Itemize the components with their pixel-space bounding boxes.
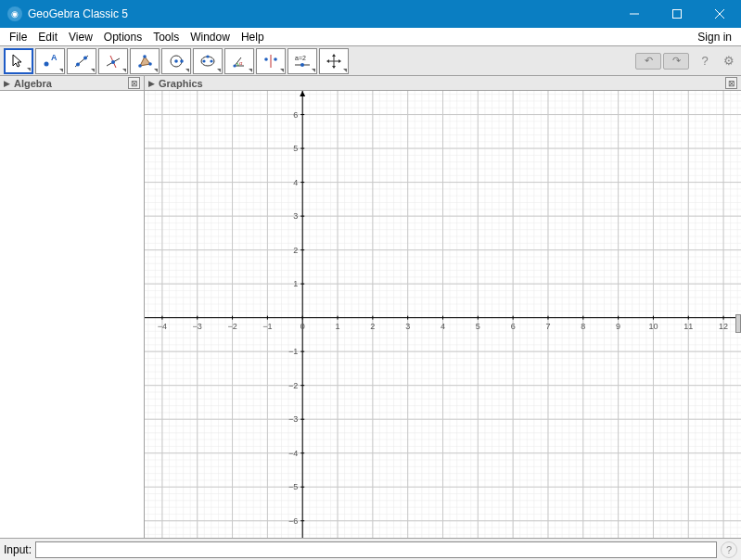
svg-point-23 [233, 64, 236, 67]
tool-line[interactable] [67, 48, 96, 74]
algebra-panel: ▶ Algebra ⊠ [0, 76, 145, 538]
svg-marker-220 [300, 91, 305, 96]
undo-button[interactable]: ↶ [635, 53, 661, 70]
svg-point-26 [264, 57, 268, 61]
tool-move[interactable] [4, 48, 33, 74]
menu-window[interactable]: Window [185, 29, 236, 45]
algebra-close-icon[interactable]: ⊠ [128, 77, 140, 89]
tool-move-view[interactable] [319, 48, 349, 74]
svg-text:4: 4 [293, 178, 298, 187]
svg-point-18 [180, 59, 184, 63]
svg-point-11 [111, 60, 115, 64]
svg-text:−2: −2 [288, 381, 298, 390]
panel-expand-handle[interactable] [735, 314, 741, 333]
close-button[interactable] [698, 0, 741, 28]
input-bar: Input: ? [0, 538, 741, 560]
svg-marker-35 [326, 59, 329, 63]
svg-text:2: 2 [370, 322, 375, 331]
algebra-header[interactable]: ▶ Algebra ⊠ [0, 76, 144, 91]
svg-text:−4: −4 [288, 449, 298, 458]
graphics-title: Graphics [159, 78, 725, 89]
svg-text:−6: −6 [288, 516, 298, 526]
svg-text:−2: −2 [227, 322, 236, 331]
toolbar-help-icon[interactable]: ? [696, 53, 713, 70]
menu-tools[interactable]: Tools [147, 29, 185, 45]
input-label: Input: [4, 543, 32, 556]
toolbar: A α a=2 ↶ ↷ ? ⚙ [0, 46, 741, 76]
collapse-icon: ▶ [4, 79, 10, 88]
maximize-button[interactable] [656, 0, 698, 28]
redo-button[interactable]: ↷ [663, 53, 689, 70]
svg-text:α: α [239, 60, 243, 66]
svg-point-15 [148, 62, 152, 66]
algebra-body[interactable] [0, 91, 144, 538]
tool-ellipse[interactable] [193, 48, 223, 74]
input-field[interactable] [35, 541, 717, 558]
tool-slider[interactable]: a=2 [287, 48, 317, 74]
svg-text:a=2: a=2 [295, 55, 306, 61]
menu-edit[interactable]: Edit [32, 29, 63, 45]
menu-options[interactable]: Options [98, 29, 147, 45]
svg-point-20 [202, 59, 205, 62]
svg-text:5: 5 [476, 322, 480, 331]
graphics-close-icon[interactable]: ⊠ [725, 77, 737, 89]
svg-text:5: 5 [293, 144, 298, 153]
svg-point-21 [210, 59, 212, 62]
svg-marker-36 [339, 59, 341, 63]
svg-text:−5: −5 [288, 482, 298, 491]
menu-help[interactable]: Help [236, 29, 270, 45]
window-controls [613, 0, 741, 28]
svg-text:4: 4 [441, 322, 445, 331]
svg-point-13 [138, 64, 142, 68]
tool-circle[interactable] [161, 48, 191, 74]
window-title: GeoGebra Classic 5 [28, 7, 613, 20]
svg-point-14 [143, 55, 147, 58]
app-icon: ◉ [7, 6, 22, 21]
svg-text:−3: −3 [193, 322, 202, 331]
svg-text:−4: −4 [158, 322, 167, 331]
svg-point-7 [76, 62, 80, 66]
graphics-panel: ▶ Graphics ⊠ −4−3−2−10123456789101112−6−… [145, 76, 741, 538]
svg-rect-1 [673, 10, 682, 19]
menu-file[interactable]: File [4, 29, 32, 45]
svg-text:8: 8 [581, 322, 585, 331]
svg-text:−1: −1 [262, 322, 272, 331]
svg-point-4 [45, 61, 49, 66]
input-help-icon[interactable]: ? [721, 541, 737, 558]
svg-text:12: 12 [719, 322, 728, 331]
minimize-button[interactable] [613, 0, 656, 28]
svg-point-8 [83, 56, 87, 59]
tool-reflect[interactable] [256, 48, 286, 74]
svg-text:10: 10 [648, 322, 658, 331]
tool-angle[interactable]: α [224, 48, 254, 74]
svg-marker-34 [332, 66, 336, 69]
svg-text:−1: −1 [288, 347, 298, 356]
svg-marker-33 [332, 54, 336, 57]
svg-text:3: 3 [293, 211, 298, 221]
svg-point-17 [174, 59, 178, 63]
svg-text:7: 7 [545, 322, 550, 331]
svg-point-22 [206, 55, 209, 57]
tool-point[interactable]: A [35, 48, 65, 74]
svg-text:6: 6 [293, 110, 298, 120]
toolbar-settings-icon[interactable]: ⚙ [721, 53, 737, 70]
coordinate-grid: −4−3−2−10123456789101112−6−5−4−3−2−11234… [145, 91, 741, 538]
menubar: File Edit View Options Tools Window Help… [0, 28, 741, 46]
svg-point-27 [274, 57, 277, 61]
svg-text:0: 0 [300, 322, 305, 331]
graphics-header[interactable]: ▶ Graphics ⊠ [145, 76, 741, 91]
menu-view[interactable]: View [63, 29, 98, 45]
menu-signin[interactable]: Sign in [692, 29, 737, 45]
svg-text:3: 3 [405, 322, 410, 331]
svg-text:2: 2 [293, 246, 298, 255]
graphics-view[interactable]: −4−3−2−10123456789101112−6−5−4−3−2−11234… [145, 91, 741, 538]
svg-text:11: 11 [684, 322, 693, 331]
svg-text:6: 6 [511, 322, 516, 331]
collapse-icon: ▶ [148, 79, 155, 88]
workspace: ▶ Algebra ⊠ ▶ Graphics ⊠ −4−3−2−10123456… [0, 76, 741, 538]
tool-polygon[interactable] [130, 48, 160, 74]
svg-text:1: 1 [336, 322, 340, 331]
svg-text:A: A [51, 53, 57, 62]
svg-point-30 [300, 63, 304, 67]
tool-perpendicular[interactable] [98, 48, 128, 74]
